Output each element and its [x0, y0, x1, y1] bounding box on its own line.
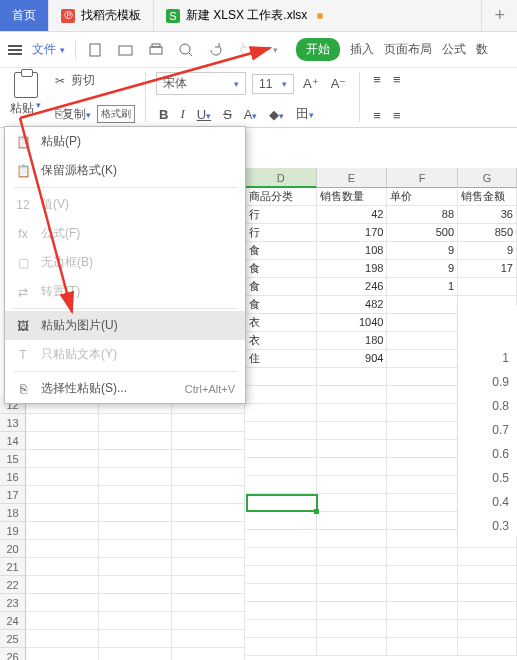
cell[interactable]: 500 — [387, 224, 458, 242]
cell[interactable] — [387, 296, 458, 314]
tab-template[interactable]: ℗ 找稻壳模板 — [49, 0, 154, 31]
cell[interactable] — [317, 620, 388, 638]
cell[interactable] — [172, 504, 245, 522]
cell[interactable]: 商品分类 — [246, 188, 317, 206]
cell[interactable] — [26, 540, 99, 558]
cell[interactable] — [317, 422, 388, 440]
cell[interactable] — [387, 530, 458, 548]
fill-color-button[interactable]: ◆▾ — [266, 107, 287, 122]
cell[interactable]: 1 — [387, 278, 458, 296]
cell[interactable] — [172, 630, 245, 648]
cell[interactable] — [172, 432, 245, 450]
cell[interactable] — [317, 476, 388, 494]
cell[interactable] — [99, 612, 172, 630]
cell[interactable] — [246, 458, 317, 476]
row-header[interactable]: 16 — [0, 468, 26, 486]
cell[interactable]: 904 — [317, 350, 388, 368]
menu-layout[interactable]: 页面布局 — [384, 41, 432, 58]
cell[interactable] — [387, 638, 458, 656]
copy-button[interactable]: ⎘复制▾ — [55, 106, 91, 123]
cell[interactable] — [172, 450, 245, 468]
cell[interactable] — [246, 530, 317, 548]
col-header-e[interactable]: E — [317, 168, 388, 188]
cell[interactable] — [387, 602, 458, 620]
cell[interactable] — [26, 450, 99, 468]
menu-keep-format[interactable]: 📋保留源格式(K) — [5, 156, 245, 185]
menu-paste[interactable]: 📋粘贴(P) — [5, 127, 245, 156]
col-header-d[interactable]: D — [246, 168, 317, 188]
cell[interactable]: 17 — [458, 260, 517, 278]
cell[interactable] — [317, 584, 388, 602]
cell[interactable] — [387, 404, 458, 422]
cell[interactable] — [387, 494, 458, 512]
row-header[interactable]: 15 — [0, 450, 26, 468]
cell[interactable]: 食 — [246, 278, 317, 296]
row-header[interactable]: 17 — [0, 486, 26, 504]
menu-formula[interactable]: 公式 — [442, 41, 466, 58]
cell[interactable]: 42 — [317, 206, 388, 224]
row-header[interactable]: 19 — [0, 522, 26, 540]
cell[interactable] — [99, 594, 172, 612]
col-header-g[interactable]: G — [458, 168, 517, 188]
cell[interactable]: 9 — [387, 242, 458, 260]
menu-insert[interactable]: 插入 — [350, 41, 374, 58]
cell[interactable] — [99, 450, 172, 468]
cell[interactable] — [246, 638, 317, 656]
cell[interactable]: 482 — [317, 296, 388, 314]
underline-button[interactable]: U▾ — [194, 107, 214, 122]
cell[interactable] — [26, 612, 99, 630]
font-shrink-icon[interactable]: A⁻ — [328, 76, 350, 91]
cell[interactable] — [246, 584, 317, 602]
bold-button[interactable]: B — [156, 107, 171, 122]
cell[interactable] — [387, 476, 458, 494]
cell[interactable] — [99, 522, 172, 540]
strike-button[interactable]: S — [220, 107, 235, 122]
cell[interactable] — [387, 512, 458, 530]
cell[interactable] — [172, 414, 245, 432]
cell[interactable] — [387, 386, 458, 404]
border-button[interactable]: 田▾ — [293, 105, 317, 123]
cell[interactable]: 销售金额 — [458, 188, 517, 206]
cell[interactable] — [246, 386, 317, 404]
cell[interactable] — [387, 548, 458, 566]
cell[interactable] — [387, 458, 458, 476]
cell[interactable] — [172, 522, 245, 540]
cell[interactable]: 行 — [246, 224, 317, 242]
cell[interactable] — [317, 602, 388, 620]
cell[interactable] — [317, 494, 388, 512]
cell[interactable] — [26, 414, 99, 432]
cell[interactable] — [172, 558, 245, 576]
undo-icon[interactable] — [206, 40, 226, 60]
cell[interactable]: 170 — [317, 224, 388, 242]
menu-paste-special[interactable]: ⎘选择性粘贴(S)...Ctrl+Alt+V — [5, 374, 245, 403]
font-grow-icon[interactable]: A⁺ — [300, 76, 322, 91]
cell[interactable] — [458, 278, 517, 296]
row-header[interactable]: 25 — [0, 630, 26, 648]
preview-icon[interactable] — [176, 40, 196, 60]
cell[interactable] — [317, 440, 388, 458]
cell[interactable]: 850 — [458, 224, 517, 242]
cell[interactable] — [246, 548, 317, 566]
cell[interactable] — [26, 576, 99, 594]
menu-start[interactable]: 开始 — [296, 38, 340, 61]
cell[interactable]: 销售数量 — [317, 188, 388, 206]
hamburger-icon[interactable] — [8, 45, 22, 55]
cell[interactable] — [317, 512, 388, 530]
tab-home[interactable]: 首页 — [0, 0, 49, 31]
cell[interactable]: 9 — [387, 260, 458, 278]
redo-icon[interactable] — [236, 40, 256, 60]
cell[interactable] — [317, 548, 388, 566]
cell[interactable] — [99, 504, 172, 522]
cell[interactable] — [246, 422, 317, 440]
new-icon[interactable] — [86, 40, 106, 60]
cell[interactable] — [387, 422, 458, 440]
cell[interactable]: 行 — [246, 206, 317, 224]
cell[interactable] — [99, 468, 172, 486]
paste-button[interactable]: 粘贴▾ — [10, 72, 41, 117]
cell[interactable] — [317, 638, 388, 656]
open-icon[interactable] — [116, 40, 136, 60]
menu-paste-as-image[interactable]: 🖼粘贴为图片(U) — [5, 311, 245, 340]
cell[interactable]: 108 — [317, 242, 388, 260]
cell[interactable] — [458, 620, 517, 638]
cut-button[interactable]: ✂剪切 — [55, 72, 135, 89]
